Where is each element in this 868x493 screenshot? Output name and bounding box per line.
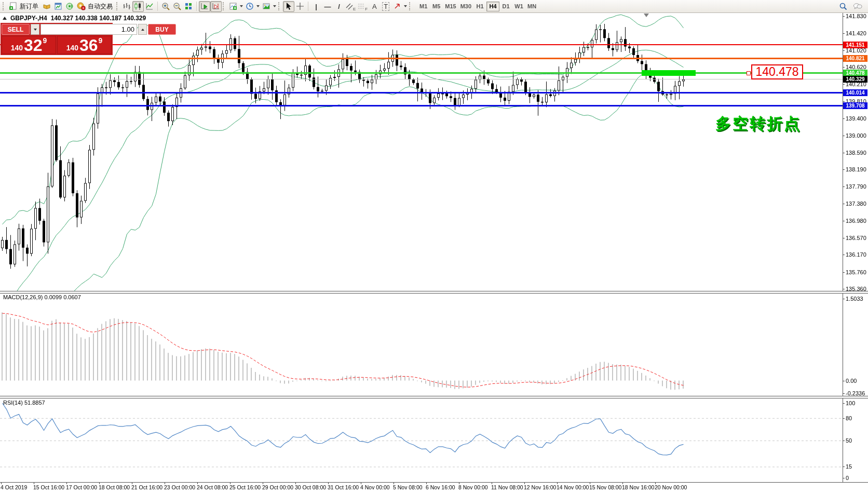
market-watch-button[interactable] bbox=[41, 1, 52, 12]
macd-pane-splitter[interactable] bbox=[0, 291, 868, 294]
price-tick-label: 141.420 bbox=[846, 30, 866, 36]
new-order-button[interactable] bbox=[7, 1, 19, 12]
price-tick-label: 141.830 bbox=[846, 13, 866, 19]
price-axis-border bbox=[843, 13, 843, 483]
timeframe-d1[interactable]: D1 bbox=[499, 2, 512, 11]
timeframe-m1[interactable]: M1 bbox=[417, 2, 430, 11]
toolbar: 新订单 自动交易 bbox=[0, 0, 868, 13]
macd-tick-mark bbox=[843, 393, 845, 394]
horizontal-level-line-141.151[interactable] bbox=[0, 44, 843, 45]
level-price-tag: 141.151 bbox=[843, 42, 867, 48]
price-tick-label: 138.590 bbox=[846, 150, 866, 156]
rsi-pane-splitter[interactable] bbox=[0, 396, 868, 398]
indicators-dropdown-icon[interactable] bbox=[240, 5, 243, 7]
chart-window-button[interactable] bbox=[52, 1, 64, 12]
time-axis-border bbox=[0, 482, 868, 483]
rsi-tick-mark bbox=[843, 403, 845, 404]
text-tool[interactable]: A bbox=[369, 1, 380, 12]
indicators-button[interactable] bbox=[227, 1, 239, 12]
chart-shift-button[interactable] bbox=[210, 1, 222, 12]
toolbar-grip[interactable] bbox=[278, 2, 281, 10]
sell-button[interactable]: SELL bbox=[2, 24, 30, 35]
volume-down-button[interactable] bbox=[31, 24, 39, 35]
trendline-icon: / bbox=[338, 3, 340, 10]
turning-point-note[interactable]: 多空转折点 bbox=[715, 113, 801, 135]
price-tick-label: 136.570 bbox=[846, 235, 866, 241]
sell-price-prefix: 140 bbox=[11, 43, 23, 52]
toolbar-grip[interactable] bbox=[223, 2, 225, 10]
templates-button[interactable] bbox=[261, 1, 272, 12]
autotrade-button[interactable] bbox=[75, 1, 87, 12]
auto-scroll-button[interactable] bbox=[199, 1, 210, 12]
channel-tool[interactable]: E bbox=[345, 1, 357, 12]
volume-input[interactable] bbox=[40, 24, 137, 35]
horizontal-level-line-140.478[interactable] bbox=[0, 72, 843, 74]
periods-button[interactable] bbox=[244, 1, 255, 12]
arrows-tool[interactable] bbox=[391, 1, 403, 12]
autotrade-label[interactable]: 自动交易 bbox=[88, 2, 113, 11]
time-tick-label: 21 Oct 16:00 bbox=[131, 484, 162, 490]
buy-price-big: 36 bbox=[79, 38, 98, 52]
zoom-out-button[interactable] bbox=[171, 1, 183, 12]
zoom-in-button[interactable] bbox=[160, 1, 171, 12]
signals-button[interactable] bbox=[64, 1, 75, 12]
expand-icon[interactable] bbox=[3, 17, 7, 20]
timeframe-w1[interactable]: W1 bbox=[512, 2, 525, 11]
horizontal-level-line-140.014[interactable] bbox=[0, 92, 843, 94]
symbol-header: GBPJPY-,H4 140.327 140.338 140.187 140.3… bbox=[3, 15, 146, 22]
trendline-tool[interactable]: / bbox=[333, 1, 345, 12]
timeframe-h1[interactable]: H1 bbox=[473, 2, 486, 11]
price-tick-mark bbox=[843, 221, 845, 221]
timeframe-h4[interactable]: H4 bbox=[486, 2, 499, 11]
fibonacci-tool[interactable]: F bbox=[357, 1, 369, 12]
timeframe-bar: M1M5M15M30H1H4D1W1MN bbox=[417, 2, 538, 11]
timeframe-m30[interactable]: M30 bbox=[458, 2, 473, 11]
chat-button[interactable] bbox=[852, 1, 863, 12]
buy-price-button[interactable]: 140 36 9 bbox=[57, 36, 112, 54]
toolbar-grip[interactable] bbox=[116, 2, 119, 10]
price-tick-label: 137.790 bbox=[846, 183, 866, 190]
buy-button[interactable]: BUY bbox=[148, 24, 176, 35]
highlight-zone-rect[interactable] bbox=[642, 70, 696, 76]
timeframe-mn[interactable]: MN bbox=[525, 2, 538, 11]
timeframe-m5[interactable]: M5 bbox=[430, 2, 443, 11]
time-tick-label: 18 Oct 08:00 bbox=[99, 484, 130, 490]
candlestick-chart-button[interactable] bbox=[132, 1, 144, 12]
bar-chart-icon bbox=[123, 2, 131, 10]
tile-windows-button[interactable] bbox=[183, 1, 194, 12]
macd-tick-mark bbox=[843, 381, 845, 381]
horizontal-level-line-139.708[interactable] bbox=[0, 105, 843, 106]
time-tick-label: 31 Oct 16:00 bbox=[328, 484, 359, 490]
new-order-label[interactable]: 新订单 bbox=[20, 2, 38, 11]
line-chart-button[interactable] bbox=[144, 1, 155, 12]
price-callout-label[interactable]: 140.478 bbox=[751, 64, 803, 79]
vertical-line-tool[interactable]: | bbox=[310, 1, 322, 12]
cursor-button[interactable] bbox=[283, 1, 294, 12]
crosshair-button[interactable] bbox=[294, 1, 306, 12]
bar-chart-button[interactable] bbox=[121, 1, 132, 12]
text-label-tool[interactable]: T bbox=[380, 1, 391, 12]
search-button[interactable] bbox=[837, 1, 849, 12]
horizontal-level-line-140.821[interactable] bbox=[0, 58, 843, 59]
line-anchor-marker[interactable] bbox=[747, 71, 751, 75]
bid-price-line[interactable] bbox=[0, 79, 843, 79]
rsi-axis-label: 15 bbox=[846, 463, 852, 470]
price-chart-canvas[interactable] bbox=[0, 13, 868, 493]
toolbar-grip[interactable] bbox=[409, 2, 412, 10]
templates-dropdown-icon[interactable] bbox=[273, 5, 276, 7]
chart-shift-marker-icon[interactable] bbox=[644, 14, 649, 17]
arrows-dropdown-icon[interactable] bbox=[404, 5, 407, 7]
sell-price-button[interactable]: 140 32 9 bbox=[2, 36, 56, 54]
time-tick-label: 14 Nov 00:00 bbox=[557, 484, 589, 490]
level-price-tag: 140.478 bbox=[843, 70, 867, 76]
price-tick-mark bbox=[843, 204, 845, 204]
macd-axis-label: 1.5033 bbox=[846, 296, 863, 302]
sell-price-big: 32 bbox=[24, 38, 43, 52]
volume-up-button[interactable] bbox=[138, 24, 147, 35]
timeframe-m15[interactable]: M15 bbox=[443, 2, 458, 11]
price-tick-mark bbox=[843, 84, 845, 85]
periods-dropdown-icon[interactable] bbox=[256, 5, 260, 7]
horizontal-line-tool[interactable]: — bbox=[322, 1, 333, 12]
toolbar-grip[interactable] bbox=[3, 2, 5, 10]
auto-scroll-icon bbox=[200, 2, 209, 10]
